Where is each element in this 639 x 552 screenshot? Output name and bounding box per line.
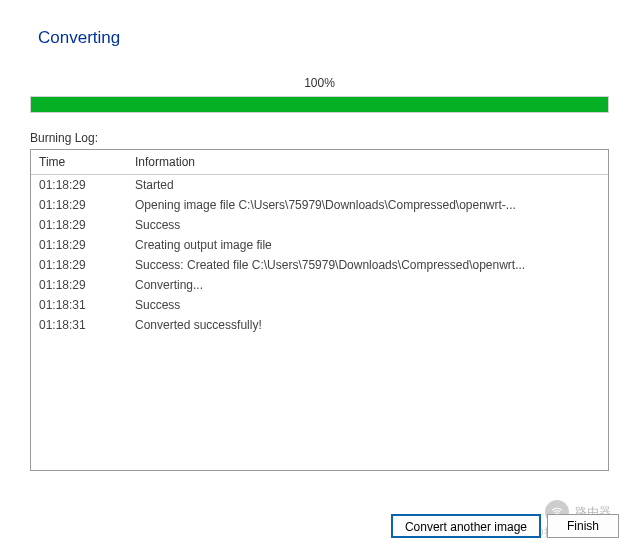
cell-info: Converted successfully!: [127, 315, 608, 335]
page-title: Converting: [38, 28, 609, 48]
log-panel: Time Information 01:18:29Started01:18:29…: [30, 149, 609, 471]
progress-percent-label: 100%: [30, 76, 609, 90]
cell-time: 01:18:29: [31, 175, 127, 196]
table-row[interactable]: 01:18:29Opening image file C:\Users\7597…: [31, 195, 608, 215]
table-row[interactable]: 01:18:31Success: [31, 295, 608, 315]
column-header-information[interactable]: Information: [127, 150, 608, 175]
cell-info: Success: [127, 295, 608, 315]
finish-button[interactable]: Finish: [547, 514, 619, 538]
cell-info: Converting...: [127, 275, 608, 295]
table-row[interactable]: 01:18:29Success: Created file C:\Users\7…: [31, 255, 608, 275]
cell-time: 01:18:31: [31, 315, 127, 335]
cell-info: Creating output image file: [127, 235, 608, 255]
log-table: Time Information 01:18:29Started01:18:29…: [31, 150, 608, 335]
cell-time: 01:18:29: [31, 215, 127, 235]
log-label: Burning Log:: [30, 131, 609, 145]
cell-time: 01:18:29: [31, 235, 127, 255]
progress-section: 100%: [30, 76, 609, 113]
convert-another-button[interactable]: Convert another image: [391, 514, 541, 538]
cell-time: 01:18:31: [31, 295, 127, 315]
cell-time: 01:18:29: [31, 195, 127, 215]
cell-info: Opening image file C:\Users\75979\Downlo…: [127, 195, 608, 215]
progress-bar: [30, 96, 609, 113]
table-row[interactable]: 01:18:29Creating output image file: [31, 235, 608, 255]
button-row: Convert another image Finish: [391, 514, 619, 538]
table-row[interactable]: 01:18:29Converting...: [31, 275, 608, 295]
table-row[interactable]: 01:18:29Started: [31, 175, 608, 196]
column-header-time[interactable]: Time: [31, 150, 127, 175]
cell-time: 01:18:29: [31, 255, 127, 275]
cell-info: Success: Created file C:\Users\75979\Dow…: [127, 255, 608, 275]
progress-bar-fill: [31, 97, 608, 112]
cell-time: 01:18:29: [31, 275, 127, 295]
table-row[interactable]: 01:18:29Success: [31, 215, 608, 235]
cell-info: Started: [127, 175, 608, 196]
table-row[interactable]: 01:18:31Converted successfully!: [31, 315, 608, 335]
cell-info: Success: [127, 215, 608, 235]
